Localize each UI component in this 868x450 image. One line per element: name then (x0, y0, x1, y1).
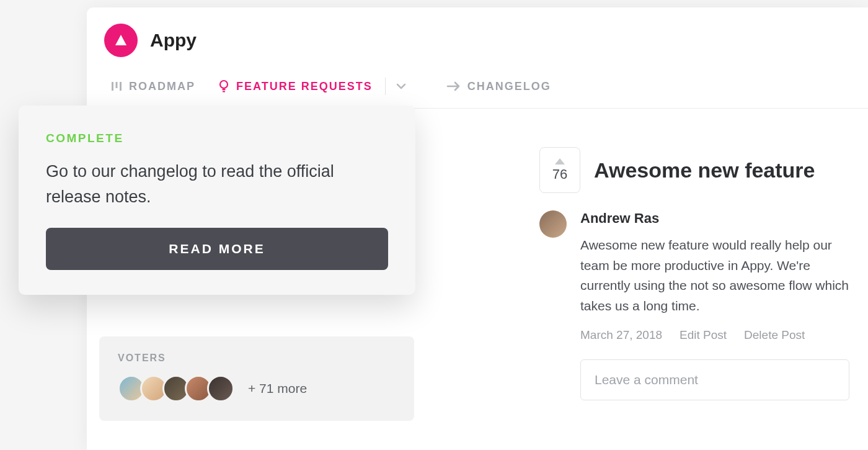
edit-post-link[interactable]: Edit Post (680, 328, 727, 342)
feature-body: Awesome new feature would really help ou… (580, 235, 849, 316)
tab-bar: ROADMAP FEATURE REQUESTS CHANGELOG (87, 63, 868, 109)
tab-feature-requests[interactable]: FEATURE REQUESTS (208, 76, 383, 97)
author-avatar (539, 210, 567, 238)
arrow-right-icon (446, 81, 461, 92)
tab-roadmap[interactable]: ROADMAP (100, 76, 205, 97)
app-header: Appy (87, 7, 868, 63)
read-more-button[interactable]: READ MORE (46, 228, 388, 270)
comment-input[interactable] (580, 359, 849, 400)
vote-count: 76 (552, 166, 567, 182)
app-title: Appy (150, 30, 197, 51)
tab-changelog-label: CHANGELOG (467, 80, 551, 93)
complete-card: COMPLETE Go to our changelog to read the… (19, 106, 415, 295)
complete-description: Go to our changelog to read the official… (46, 159, 388, 209)
voter-avatar[interactable] (207, 375, 234, 402)
vote-button[interactable]: 76 (539, 147, 580, 193)
svg-rect-2 (120, 82, 122, 91)
svg-rect-0 (112, 82, 113, 91)
svg-rect-1 (116, 82, 118, 88)
delete-post-link[interactable]: Delete Post (744, 328, 805, 342)
caret-up-icon (554, 158, 565, 165)
chevron-down-icon (396, 81, 407, 92)
app-logo (104, 24, 138, 57)
feature-header: 76 Awesome new feature (539, 147, 849, 193)
feature-date: March 27, 2018 (580, 328, 662, 342)
more-voters-text[interactable]: + 71 more (248, 381, 307, 396)
feature-content: Andrew Ras Awesome new feature would rea… (580, 210, 849, 400)
feature-title: Awesome new feature (594, 158, 815, 182)
tab-changelog[interactable]: CHANGELOG (436, 76, 561, 97)
svg-rect-5 (223, 91, 225, 92)
tab-divider (385, 78, 386, 95)
author-name: Andrew Ras (580, 210, 849, 227)
feature-detail-panel: 76 Awesome new feature Andrew Ras Awesom… (539, 147, 849, 400)
voter-avatar-stack (118, 375, 234, 402)
svg-rect-4 (223, 89, 226, 90)
tab-feature-requests-label: FEATURE REQUESTS (236, 80, 373, 93)
svg-point-3 (220, 81, 228, 88)
tab-roadmap-label: ROADMAP (129, 80, 195, 93)
tab-dropdown-toggle[interactable] (391, 81, 415, 92)
triangle-up-icon (113, 33, 128, 48)
voters-card: VOTERS + 71 more (99, 336, 414, 421)
lightbulb-icon (218, 79, 230, 93)
feature-meta-row: March 27, 2018 Edit Post Delete Post (580, 328, 849, 342)
voters-row: + 71 more (118, 375, 397, 402)
status-badge: COMPLETE (46, 132, 388, 145)
voters-label: VOTERS (118, 353, 397, 364)
feature-author-section: Andrew Ras Awesome new feature would rea… (539, 210, 849, 400)
roadmap-icon (110, 80, 123, 92)
